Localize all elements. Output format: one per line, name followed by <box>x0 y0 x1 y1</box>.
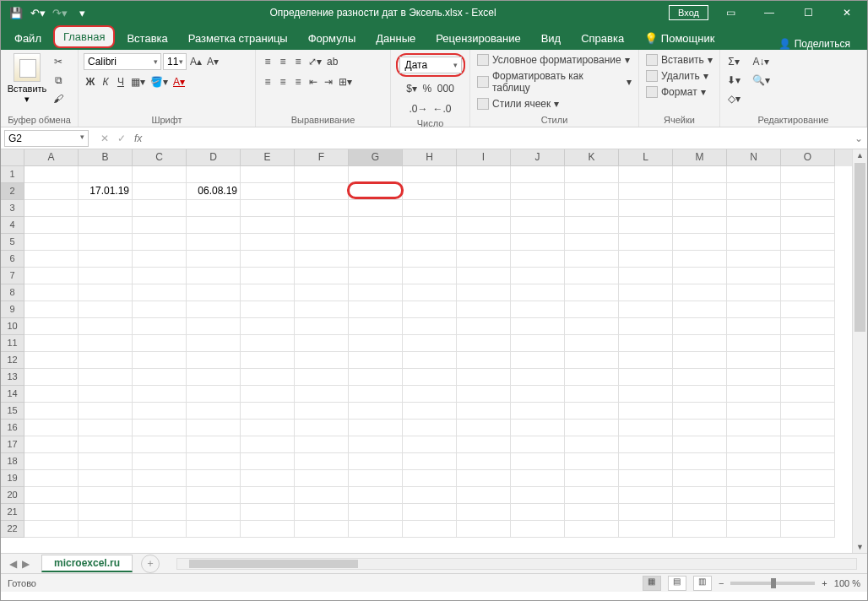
cell-N13[interactable] <box>727 369 781 386</box>
row-header-15[interactable]: 15 <box>1 403 24 420</box>
increase-decimal-icon[interactable]: .0→ <box>407 100 429 117</box>
cell-M11[interactable] <box>673 335 727 352</box>
cell-M3[interactable] <box>673 200 727 217</box>
cell-L20[interactable] <box>619 487 673 504</box>
view-normal-icon[interactable]: ▦ <box>643 576 661 591</box>
cell-D12[interactable] <box>187 352 241 369</box>
cell-E14[interactable] <box>241 386 295 403</box>
row-header-17[interactable]: 17 <box>1 436 24 453</box>
cell-H1[interactable] <box>403 166 457 183</box>
cell-A22[interactable] <box>24 521 79 538</box>
cell-K13[interactable] <box>565 369 619 386</box>
cell-G1[interactable] <box>349 166 403 183</box>
cell-L14[interactable] <box>619 386 673 403</box>
cell-C7[interactable] <box>133 268 187 284</box>
cell-O10[interactable] <box>781 318 835 335</box>
tab-data[interactable]: Данные <box>366 27 426 50</box>
row-header-20[interactable]: 20 <box>1 487 24 504</box>
tab-tell-me[interactable]: 💡 Помощник <box>634 27 724 50</box>
cell-I7[interactable] <box>457 268 511 284</box>
cell-L18[interactable] <box>619 453 673 470</box>
vscroll-thumb[interactable] <box>854 163 865 332</box>
cell-L22[interactable] <box>619 521 673 538</box>
cell-L13[interactable] <box>619 369 673 386</box>
cell-I3[interactable] <box>457 200 511 217</box>
cell-J18[interactable] <box>511 453 565 470</box>
cell-G5[interactable] <box>349 234 403 251</box>
cell-L11[interactable] <box>619 335 673 352</box>
cell-O14[interactable] <box>781 386 835 403</box>
save-icon[interactable]: 💾 <box>6 3 26 23</box>
cell-D21[interactable] <box>187 504 241 521</box>
cell-C13[interactable] <box>133 369 187 386</box>
cell-F1[interactable] <box>295 166 349 183</box>
row-header-1[interactable]: 1 <box>1 166 24 183</box>
font-color-icon[interactable]: A▾ <box>171 73 187 90</box>
cell-F4[interactable] <box>295 217 349 234</box>
cell-M21[interactable] <box>673 504 727 521</box>
view-page-break-icon[interactable]: ▥ <box>693 576 712 591</box>
cell-B2[interactable]: 17.01.19 <box>79 183 133 200</box>
fill-color-icon[interactable]: 🪣▾ <box>149 73 170 90</box>
fill-icon[interactable]: ⬇▾ <box>725 72 742 89</box>
row-header-4[interactable]: 4 <box>1 217 24 234</box>
cell-C8[interactable] <box>133 284 187 301</box>
cell-A17[interactable] <box>24 436 79 453</box>
cell-L8[interactable] <box>619 284 673 301</box>
cell-K6[interactable] <box>565 251 619 268</box>
font-name-combo[interactable]: Calibri <box>84 53 161 70</box>
column-header-I[interactable]: I <box>457 149 511 166</box>
cell-A7[interactable] <box>24 268 79 284</box>
cell-E2[interactable] <box>241 183 295 200</box>
cell-F5[interactable] <box>295 234 349 251</box>
row-header-7[interactable]: 7 <box>1 268 24 284</box>
cell-G21[interactable] <box>349 504 403 521</box>
cell-C16[interactable] <box>133 420 187 436</box>
font-size-combo[interactable]: 11 <box>163 53 187 70</box>
vertical-scrollbar[interactable]: ▲ ▼ <box>852 149 867 553</box>
cell-O11[interactable] <box>781 335 835 352</box>
cell-J9[interactable] <box>511 301 565 318</box>
cell-A12[interactable] <box>24 352 79 369</box>
cell-L6[interactable] <box>619 251 673 268</box>
row-header-2[interactable]: 2 <box>1 183 24 200</box>
row-header-11[interactable]: 11 <box>1 335 24 352</box>
cell-C17[interactable] <box>133 436 187 453</box>
cell-H2[interactable] <box>403 183 457 200</box>
cell-B12[interactable] <box>79 352 133 369</box>
cell-E3[interactable] <box>241 200 295 217</box>
cell-L7[interactable] <box>619 268 673 284</box>
tab-help[interactable]: Справка <box>571 27 634 50</box>
format-painter-icon[interactable]: 🖌 <box>52 90 65 107</box>
cell-E1[interactable] <box>241 166 295 183</box>
column-header-J[interactable]: J <box>511 149 565 166</box>
cell-D8[interactable] <box>187 284 241 301</box>
cell-K18[interactable] <box>565 453 619 470</box>
cell-J14[interactable] <box>511 386 565 403</box>
cell-H22[interactable] <box>403 521 457 538</box>
cell-F9[interactable] <box>295 301 349 318</box>
cell-E18[interactable] <box>241 453 295 470</box>
cut-icon[interactable]: ✂ <box>52 53 65 70</box>
cell-E15[interactable] <box>241 403 295 420</box>
maximize-icon[interactable]: ☐ <box>791 1 825 24</box>
cell-L21[interactable] <box>619 504 673 521</box>
cell-A16[interactable] <box>24 420 79 436</box>
cell-D13[interactable] <box>187 369 241 386</box>
cell-A14[interactable] <box>24 386 79 403</box>
cell-C22[interactable] <box>133 521 187 538</box>
cell-M19[interactable] <box>673 470 727 487</box>
cell-I1[interactable] <box>457 166 511 183</box>
cell-G19[interactable] <box>349 470 403 487</box>
cell-E4[interactable] <box>241 217 295 234</box>
cell-H8[interactable] <box>403 284 457 301</box>
cell-G14[interactable] <box>349 386 403 403</box>
borders-icon[interactable]: ▦▾ <box>129 73 147 90</box>
cell-O21[interactable] <box>781 504 835 521</box>
cell-C15[interactable] <box>133 403 187 420</box>
cell-K12[interactable] <box>565 352 619 369</box>
cell-B11[interactable] <box>79 335 133 352</box>
format-cells-button[interactable]: Формат ▾ <box>644 85 714 99</box>
delete-cells-button[interactable]: Удалить ▾ <box>644 69 714 83</box>
orientation-icon[interactable]: ⤢▾ <box>307 53 323 70</box>
